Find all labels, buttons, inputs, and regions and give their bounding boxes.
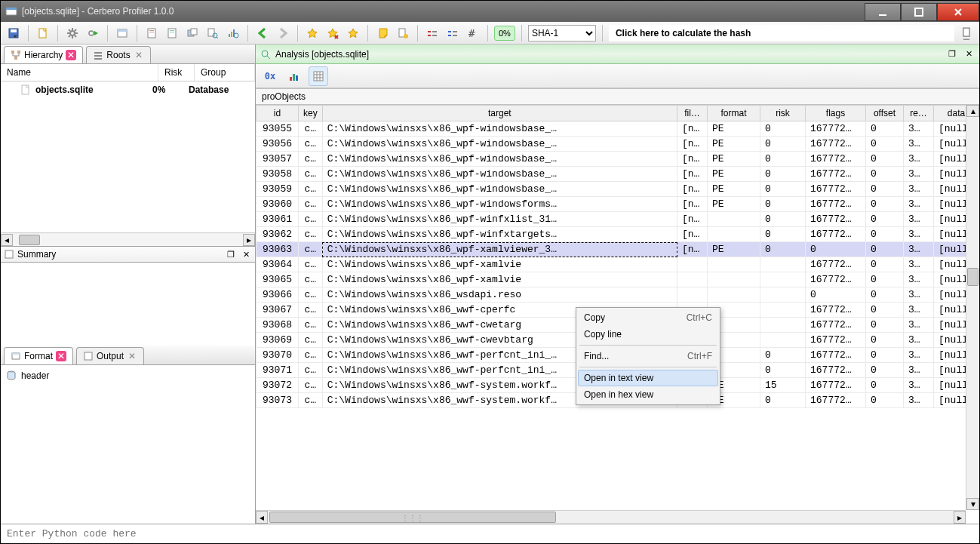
cell-format[interactable]: PE [708, 137, 760, 152]
cell-flags[interactable]: 167772… [806, 393, 866, 408]
cell-id[interactable]: 93064 [257, 257, 299, 272]
maximize-button[interactable] [901, 3, 937, 21]
cell-offset[interactable]: 0 [866, 137, 904, 152]
cell-offset[interactable]: 0 [866, 363, 904, 378]
cell-re[interactable]: 3… [904, 303, 934, 318]
cell-key[interactable]: c… [299, 348, 323, 363]
cell-flags[interactable]: 167772… [806, 303, 866, 318]
cell-offset[interactable]: 0 [866, 348, 904, 363]
table-view-button[interactable] [309, 66, 328, 86]
analysis-restore-icon[interactable]: ❐ [946, 48, 958, 60]
cell-offset[interactable]: 0 [866, 197, 904, 212]
doc-button-1[interactable] [143, 25, 160, 41]
ctx-open-hex[interactable]: Open in hex view [578, 386, 718, 403]
tab-output[interactable]: Output ✕ [76, 347, 144, 364]
tab-output-close-icon[interactable]: ✕ [127, 351, 137, 361]
cell-offset[interactable]: 0 [866, 393, 904, 408]
cell-re[interactable]: 3… [904, 137, 934, 152]
cell-id[interactable]: 93056 [257, 137, 299, 152]
cell-target[interactable]: C:\Windows\winsxs\x86_wpf-windowsbase_… [322, 137, 677, 152]
bookmark-list-button[interactable] [345, 25, 361, 41]
tab-hierarchy-close-icon[interactable]: ✕ [66, 50, 76, 60]
cell-flags[interactable]: 167772… [806, 167, 866, 182]
scroll-right-icon[interactable]: ▸ [954, 511, 966, 524]
col-format[interactable]: format [708, 106, 760, 121]
cell-key[interactable]: c… [299, 272, 323, 287]
cell-flags[interactable]: 167772… [806, 318, 866, 333]
cell-key[interactable]: c… [299, 152, 323, 167]
table-row[interactable]: 93066c…C:\Windows\winsxs\x86_wsdapi.reso… [257, 287, 979, 303]
cell-key[interactable]: c… [299, 318, 323, 333]
cell-id[interactable]: 93068 [257, 318, 299, 333]
cell-id[interactable]: 93063 [257, 242, 299, 257]
cell-target[interactable]: C:\Windows\winsxs\x86_wpf-windowsforms… [322, 197, 677, 212]
cell-target[interactable]: C:\Windows\winsxs\x86_wpf-windowsbase_… [322, 152, 677, 167]
table-row[interactable]: 93056c…C:\Windows\winsxs\x86_wpf-windows… [257, 137, 979, 152]
tab-format-close-icon[interactable]: ✕ [56, 351, 66, 361]
scroll-up-icon[interactable]: ▴ [966, 105, 979, 117]
table-row[interactable]: 93063c…C:\Windows\winsxs\x86_wpf-xamlvie… [257, 242, 979, 257]
table-vscroll[interactable]: ▴ ▾ [966, 105, 979, 510]
doc-button-2[interactable] [164, 25, 180, 41]
cell-re[interactable]: 3… [904, 197, 934, 212]
cell-id[interactable]: 93073 [257, 393, 299, 408]
column-group[interactable]: Group [195, 64, 255, 81]
cell-flags[interactable]: 167772… [806, 363, 866, 378]
bookmark-remove-button[interactable] [324, 25, 341, 41]
col-re[interactable]: re… [904, 106, 934, 121]
cell-re[interactable]: 3… [904, 182, 934, 197]
cell-format[interactable]: PE [708, 152, 760, 167]
cell-risk[interactable] [760, 318, 806, 333]
col-offset[interactable]: offset [866, 106, 904, 121]
cell-fil[interactable]: [n… [677, 197, 708, 212]
cell-format[interactable]: PE [708, 197, 760, 212]
cell-target[interactable]: C:\Windows\winsxs\x86_wpf-xamlvie [322, 272, 677, 287]
analysis-close-icon[interactable]: ✕ [963, 48, 975, 60]
table-row[interactable]: 93061c…C:\Windows\winsxs\x86_wpf-winfxli… [257, 212, 979, 227]
cell-offset[interactable]: 0 [866, 272, 904, 287]
cell-id[interactable]: 93057 [257, 152, 299, 167]
cell-id[interactable]: 93072 [257, 378, 299, 393]
cell-id[interactable]: 93055 [257, 121, 299, 137]
table-row[interactable]: 93060c…C:\Windows\winsxs\x86_wpf-windows… [257, 197, 979, 212]
cell-re[interactable]: 3… [904, 393, 934, 408]
cell-risk[interactable]: 0 [760, 197, 806, 212]
minimize-button[interactable] [865, 3, 901, 21]
cell-key[interactable]: c… [299, 378, 323, 393]
cell-re[interactable]: 3… [904, 167, 934, 182]
cell-re[interactable]: 3… [904, 318, 934, 333]
cell-id[interactable]: 93066 [257, 287, 299, 303]
scrollbar-thumb[interactable]: ⋮⋮⋮ [269, 512, 556, 523]
bookmark-add-button[interactable] [304, 25, 321, 41]
col-id[interactable]: id [257, 106, 299, 121]
cell-offset[interactable]: 0 [866, 227, 904, 242]
cell-fil[interactable] [677, 272, 708, 287]
cell-flags[interactable]: 167772… [806, 257, 866, 272]
cell-re[interactable]: 3… [904, 121, 934, 137]
gear-button[interactable] [64, 25, 81, 41]
cell-risk[interactable]: 0 [760, 212, 806, 227]
cell-offset[interactable]: 0 [866, 318, 904, 333]
cell-format[interactable]: PE [708, 182, 760, 197]
cell-key[interactable]: c… [299, 303, 323, 318]
panel-button[interactable] [114, 25, 131, 41]
cell-flags[interactable]: 167772… [806, 197, 866, 212]
tab-format[interactable]: Format ✕ [4, 347, 73, 364]
tab-roots[interactable]: Roots ✕ [86, 46, 150, 63]
cell-flags[interactable]: 167772… [806, 152, 866, 167]
cell-flags[interactable]: 167772… [806, 333, 866, 348]
ctx-open-text[interactable]: Open in text view [578, 370, 718, 386]
cell-fil[interactable]: [n… [677, 167, 708, 182]
dock-restore-icon[interactable]: ❐ [225, 248, 237, 260]
table-row[interactable]: 93062c…C:\Windows\winsxs\x86_wpf-winfxta… [257, 227, 979, 242]
cell-risk[interactable]: 15 [760, 378, 806, 393]
cell-format[interactable]: PE [708, 242, 760, 257]
table-hscroll[interactable]: ◂ ⋮⋮⋮ ▸ [256, 510, 966, 524]
cell-re[interactable]: 3… [904, 212, 934, 227]
cell-target[interactable]: C:\Windows\winsxs\x86_wpf-winfxlist_31… [322, 212, 677, 227]
cell-fil[interactable]: [n… [677, 121, 708, 137]
col-key[interactable]: key [299, 106, 323, 121]
cell-key[interactable]: c… [299, 197, 323, 212]
scroll-right-icon[interactable]: ▸ [243, 234, 255, 246]
cell-offset[interactable]: 0 [866, 152, 904, 167]
